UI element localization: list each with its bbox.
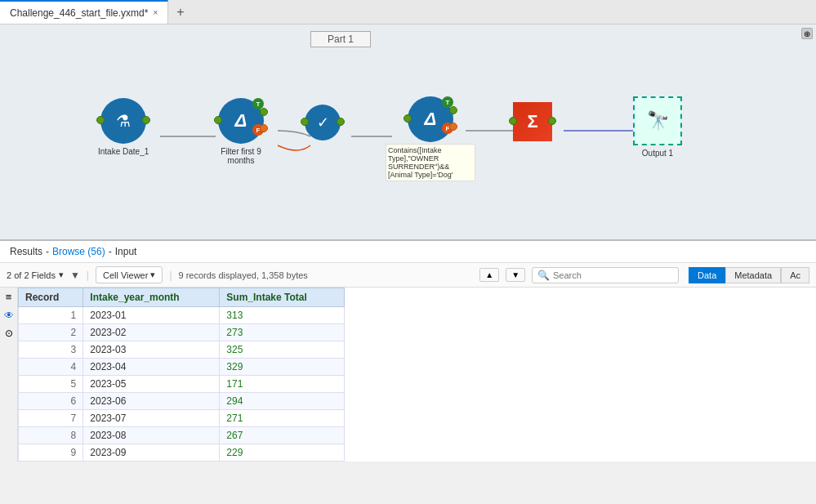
table-row: 1 2023-01 313	[19, 307, 345, 324]
view-tab-buttons: Data Metadata Ac	[689, 267, 809, 283]
tab-title: Challenge_446_start_file.yxmd*	[10, 7, 148, 19]
table-row: 9 2023-09 229	[19, 444, 345, 462]
input-label: Input	[115, 246, 137, 257]
cell-total: 267	[220, 427, 345, 444]
fields-button[interactable]: 2 of 2 Fields ▾	[7, 270, 64, 280]
node-filter-contains-label: Contains([Intake Type],"OWNER SURRENDER"…	[386, 144, 475, 181]
sidebar-circle-icon[interactable]: ⊙	[5, 328, 13, 339]
sidebar-eye-icon[interactable]: 👁	[4, 310, 14, 321]
left-sidebar: ≡ 👁 ⊙	[0, 288, 18, 462]
cell-total: 171	[220, 376, 345, 393]
cell-viewer-button[interactable]: Cell Viewer ▾	[96, 266, 163, 283]
cell-month: 2023-08	[83, 427, 220, 444]
table-row: 2 2023-02 273	[19, 324, 345, 341]
table-row: 8 2023-08 267	[19, 427, 345, 444]
results-header: Results - Browse (56) - Input	[0, 241, 816, 263]
table-row: 5 2023-05 171	[19, 376, 345, 393]
search-icon: 🔍	[537, 270, 550, 281]
fields-label: 2 of 2 Fields	[7, 270, 56, 280]
node-filter-months[interactable]: Δ T F Filter first 9 months	[208, 98, 274, 165]
node-sigma[interactable]: Σ	[513, 102, 552, 141]
cell-total: 271	[220, 410, 345, 427]
sort-down-button[interactable]: ▼	[506, 268, 525, 282]
node-filter-contains[interactable]: Δ T F Contains([Intake Type],"OWNER SURR…	[386, 96, 475, 181]
node-intake-date[interactable]: ⚗ Intake Date_1	[98, 98, 149, 156]
search-input[interactable]	[553, 270, 667, 280]
cell-month: 2023-04	[83, 359, 220, 376]
data-table: Record Intake_year_month Sum_Intake Tota…	[18, 288, 345, 462]
results-toolbar: 2 of 2 Fields ▾ ▼ | Cell Viewer ▾ | 9 re…	[0, 263, 816, 288]
results-panel: Results - Browse (56) - Input 2 of 2 Fie…	[0, 241, 816, 462]
new-tab-button[interactable]: +	[168, 0, 192, 25]
cell-total: 294	[220, 393, 345, 410]
tab-bar: Challenge_446_start_file.yxmd* × +	[0, 0, 816, 25]
cell-total: 273	[220, 324, 345, 341]
cell-month: 2023-03	[83, 341, 220, 359]
search-box: 🔍	[532, 267, 679, 283]
results-label: Results	[10, 246, 42, 257]
tab-ac-button[interactable]: Ac	[781, 267, 809, 283]
cell-total: 313	[220, 307, 345, 324]
tab-metadata-button[interactable]: Metadata	[725, 267, 781, 283]
table-row: 6 2023-06 294	[19, 393, 345, 410]
node-join[interactable]: ✓	[305, 105, 341, 140]
cell-record: 8	[19, 427, 83, 444]
fields-dropdown-icon[interactable]: ▾	[59, 270, 64, 280]
cell-month: 2023-05	[83, 376, 220, 393]
sidebar-menu-icon[interactable]: ≡	[6, 291, 12, 303]
cell-month: 2023-09	[83, 444, 220, 462]
node-output[interactable]: 🔭 Output 1	[633, 96, 682, 158]
table-row: 3 2023-03 325	[19, 341, 345, 359]
cell-record: 7	[19, 410, 83, 427]
main-tab[interactable]: Challenge_446_start_file.yxmd* ×	[0, 0, 168, 24]
node-output-label: Output 1	[642, 149, 673, 158]
cell-total: 229	[220, 444, 345, 462]
records-info: 9 records displayed, 1,358 bytes	[179, 270, 474, 280]
canvas-scroll-button[interactable]: ⊕	[801, 28, 813, 39]
cell-record: 3	[19, 341, 83, 359]
sort-up-button[interactable]: ▲	[479, 268, 499, 282]
cell-record: 5	[19, 376, 83, 393]
table-row: 4 2023-04 329	[19, 359, 345, 376]
col-header-total: Sum_Intake Total	[220, 288, 345, 307]
cell-month: 2023-07	[83, 410, 220, 427]
cell-month: 2023-02	[83, 324, 220, 341]
cell-record: 9	[19, 444, 83, 462]
data-section: ≡ 👁 ⊙ Record Intake_year_month Sum_Intak…	[0, 288, 816, 462]
cell-month: 2023-01	[83, 307, 220, 324]
cell-record: 2	[19, 324, 83, 341]
cell-record: 6	[19, 393, 83, 410]
workflow-canvas: Part 1 ⊕ ⚗ Intake Date_1 Δ T F	[0, 25, 816, 241]
col-header-month: Intake_year_month	[83, 288, 220, 307]
cell-viewer-dropdown-icon: ▾	[150, 270, 155, 280]
cell-record: 1	[19, 307, 83, 324]
cell-month: 2023-06	[83, 393, 220, 410]
tab-close-button[interactable]: ×	[153, 8, 158, 17]
node-filter-label: Filter first 9 months	[208, 147, 274, 165]
tab-data-button[interactable]: Data	[689, 267, 725, 283]
fields-sort-down-icon[interactable]: ▼	[70, 270, 80, 281]
col-header-record: Record	[19, 288, 83, 307]
cell-total: 329	[220, 359, 345, 376]
browse-link[interactable]: Browse (56)	[52, 246, 105, 257]
part-label: Part 1	[310, 31, 371, 47]
cell-total: 325	[220, 341, 345, 359]
cell-viewer-label: Cell Viewer	[103, 270, 148, 280]
node-intake-label: Intake Date_1	[98, 147, 149, 156]
data-table-container: Record Intake_year_month Sum_Intake Tota…	[18, 288, 816, 462]
cell-record: 4	[19, 359, 83, 376]
table-row: 7 2023-07 271	[19, 410, 345, 427]
